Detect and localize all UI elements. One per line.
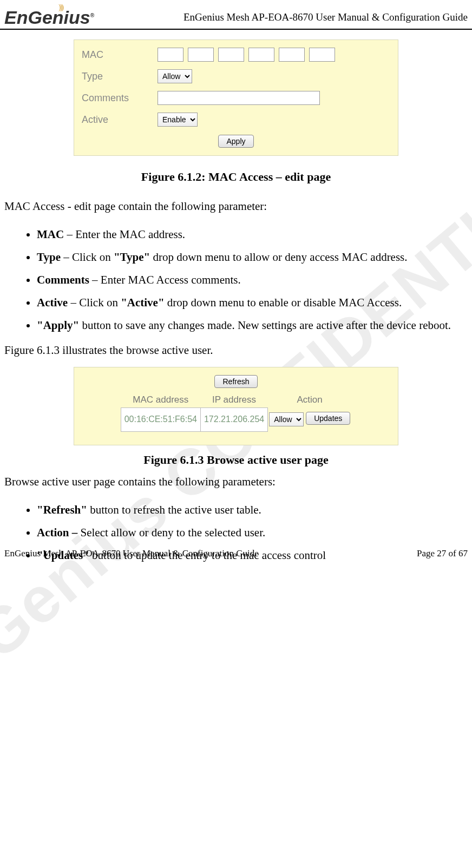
bullet-active: Active – Click on "Active" drop down men…	[37, 291, 468, 314]
col-ip: IP address	[200, 392, 267, 408]
label-type: Type	[82, 71, 158, 82]
bullet-comments: Comments – Enter MAC Access comments.	[37, 268, 468, 291]
mac-field-3[interactable]	[218, 48, 244, 62]
cell-mac: 00:16:CE:51:F6:54	[121, 407, 200, 431]
mac-field-4[interactable]	[248, 48, 274, 62]
logo-text: EnGenius	[4, 7, 90, 28]
table-header-row: MAC address IP address Action	[121, 392, 351, 408]
label-mac: MAC	[82, 49, 158, 61]
mac-field-6[interactable]	[309, 48, 335, 62]
logo: ))) EnGenius®	[4, 5, 94, 27]
col-mac: MAC address	[121, 392, 200, 408]
apply-button[interactable]: Apply	[218, 135, 253, 148]
bullet-action: Action – Select allow or deny to the sel…	[37, 521, 468, 544]
bullet-type: Type – Click on "Type" drop down menu to…	[37, 246, 468, 268]
logo-reg: ®	[90, 12, 94, 18]
mac-field-2[interactable]	[188, 48, 214, 62]
intro-613-pre: Figure 6.1.3 illustrates the browse acti…	[4, 340, 468, 361]
figure-612-caption: Figure 6.1.2: MAC Access – edit page	[4, 170, 468, 184]
col-action: Action	[268, 392, 352, 408]
table-row: 00:16:CE:51:F6:54 172.21.206.254 Allow U…	[121, 407, 351, 431]
label-comments: Comments	[82, 93, 158, 104]
bullet-mac: MAC – Enter the MAC address.	[37, 223, 468, 246]
intro-612: MAC Access - edit page contain the follo…	[4, 196, 468, 218]
updates-button[interactable]: Updates	[306, 412, 350, 425]
footer-left: EnGenius Mesh AP-EOA-8670 User Manual & …	[4, 548, 259, 559]
footer-right: Page 27 of 67	[417, 548, 468, 559]
mac-edit-panel: MAC Type Allow Comments Active	[74, 40, 398, 156]
page-header: ))) EnGenius® EnGenius Mesh AP-EOA-8670 …	[0, 0, 472, 30]
active-user-table: MAC address IP address Action 00:16:CE:5…	[121, 392, 352, 432]
refresh-button[interactable]: Refresh	[214, 375, 257, 388]
bullet-apply: "Apply" button to save any changes made.…	[37, 314, 468, 337]
row-action-select[interactable]: Allow	[269, 412, 304, 426]
type-select[interactable]: Allow	[158, 69, 192, 83]
mac-field-1[interactable]	[158, 48, 183, 62]
mac-field-5[interactable]	[279, 48, 305, 62]
label-active: Active	[82, 114, 158, 126]
active-select[interactable]: Enable	[158, 113, 198, 127]
comments-field[interactable]	[158, 91, 320, 105]
intro-613: Browse active user page contains the fol…	[4, 471, 468, 493]
figure-613-caption: Figure 6.1.3 Browse active user page	[4, 453, 468, 467]
browse-active-panel: Refresh MAC address IP address Action 00…	[74, 367, 398, 445]
bullets-612: MAC – Enter the MAC address. Type – Clic…	[37, 223, 468, 337]
bullet-refresh: "Refresh" button to refresh the active u…	[37, 498, 468, 521]
header-title: EnGenius Mesh AP-EOA-8670 User Manual & …	[183, 11, 468, 27]
cell-ip: 172.21.206.254	[200, 407, 267, 431]
page-footer: EnGenius Mesh AP-EOA-8670 User Manual & …	[4, 548, 468, 559]
